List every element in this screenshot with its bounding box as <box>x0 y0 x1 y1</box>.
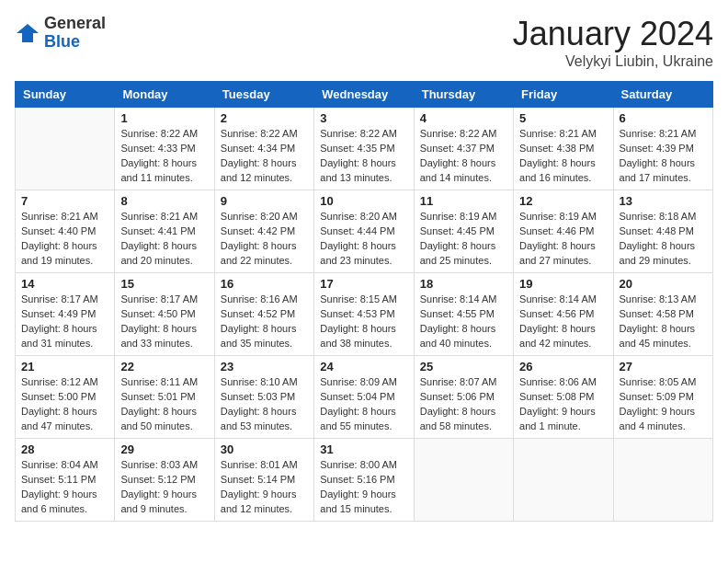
calendar-cell: 12Sunrise: 8:19 AM Sunset: 4:46 PM Dayli… <box>514 190 613 273</box>
month-title: January 2024 <box>513 15 713 53</box>
day-info: Sunrise: 8:00 AM Sunset: 5:16 PM Dayligh… <box>320 458 407 517</box>
weekday-header-thursday: Thursday <box>414 82 513 108</box>
calendar-cell: 6Sunrise: 8:21 AM Sunset: 4:39 PM Daylig… <box>613 108 712 190</box>
day-info: Sunrise: 8:07 AM Sunset: 5:06 PM Dayligh… <box>420 375 507 434</box>
day-info: Sunrise: 8:14 AM Sunset: 4:55 PM Dayligh… <box>420 293 507 351</box>
day-number: 15 <box>120 277 208 291</box>
calendar-cell: 3Sunrise: 8:22 AM Sunset: 4:35 PM Daylig… <box>314 108 414 190</box>
day-number: 2 <box>221 111 308 125</box>
day-number: 12 <box>519 194 607 208</box>
day-number: 20 <box>620 277 707 291</box>
day-number: 6 <box>620 111 707 125</box>
week-row-4: 21Sunrise: 8:12 AM Sunset: 5:00 PM Dayli… <box>16 356 713 439</box>
day-number: 13 <box>620 194 707 208</box>
day-info: Sunrise: 8:20 AM Sunset: 4:44 PM Dayligh… <box>320 210 407 269</box>
day-number: 4 <box>420 111 507 125</box>
day-number: 21 <box>21 360 108 373</box>
calendar-cell: 31Sunrise: 8:00 AM Sunset: 5:16 PM Dayli… <box>314 439 414 522</box>
calendar-cell: 13Sunrise: 8:18 AM Sunset: 4:48 PM Dayli… <box>613 190 712 273</box>
weekday-header-row: SundayMondayTuesdayWednesdayThursdayFrid… <box>16 82 713 108</box>
calendar-cell <box>613 439 712 522</box>
calendar-cell: 5Sunrise: 8:21 AM Sunset: 4:38 PM Daylig… <box>514 108 613 190</box>
day-number: 30 <box>221 442 308 456</box>
weekday-header-saturday: Saturday <box>613 82 712 108</box>
day-number: 18 <box>420 277 507 291</box>
logo: General Blue <box>15 15 106 52</box>
day-number: 3 <box>320 111 407 125</box>
title-block: January 2024 Velykyi Liubin, Ukraine <box>513 15 713 70</box>
calendar-cell: 9Sunrise: 8:20 AM Sunset: 4:42 PM Daylig… <box>214 190 313 273</box>
day-info: Sunrise: 8:16 AM Sunset: 4:52 PM Dayligh… <box>221 293 308 351</box>
day-info: Sunrise: 8:22 AM Sunset: 4:34 PM Dayligh… <box>221 127 308 186</box>
calendar-cell: 26Sunrise: 8:06 AM Sunset: 5:08 PM Dayli… <box>514 356 613 439</box>
calendar-cell: 8Sunrise: 8:21 AM Sunset: 4:41 PM Daylig… <box>115 190 214 273</box>
calendar-cell: 15Sunrise: 8:17 AM Sunset: 4:50 PM Dayli… <box>115 273 214 356</box>
location: Velykyi Liubin, Ukraine <box>513 53 713 70</box>
week-row-2: 7Sunrise: 8:21 AM Sunset: 4:40 PM Daylig… <box>16 190 713 273</box>
calendar-cell: 4Sunrise: 8:22 AM Sunset: 4:37 PM Daylig… <box>414 108 513 190</box>
week-row-1: 1Sunrise: 8:22 AM Sunset: 4:33 PM Daylig… <box>16 108 713 190</box>
logo-general: General <box>44 14 106 32</box>
day-info: Sunrise: 8:21 AM Sunset: 4:38 PM Dayligh… <box>519 127 607 186</box>
weekday-header-tuesday: Tuesday <box>214 82 313 108</box>
day-number: 28 <box>21 442 108 456</box>
day-info: Sunrise: 8:17 AM Sunset: 4:49 PM Dayligh… <box>21 293 108 351</box>
day-info: Sunrise: 8:19 AM Sunset: 4:45 PM Dayligh… <box>420 210 507 269</box>
calendar-cell: 16Sunrise: 8:16 AM Sunset: 4:52 PM Dayli… <box>214 273 313 356</box>
calendar-table: SundayMondayTuesdayWednesdayThursdayFrid… <box>15 81 713 522</box>
day-info: Sunrise: 8:21 AM Sunset: 4:41 PM Dayligh… <box>120 210 208 269</box>
calendar-cell: 23Sunrise: 8:10 AM Sunset: 5:03 PM Dayli… <box>214 356 313 439</box>
day-number: 26 <box>519 360 607 373</box>
calendar-cell: 2Sunrise: 8:22 AM Sunset: 4:34 PM Daylig… <box>214 108 313 190</box>
week-row-5: 28Sunrise: 8:04 AM Sunset: 5:11 PM Dayli… <box>16 439 713 522</box>
day-info: Sunrise: 8:01 AM Sunset: 5:14 PM Dayligh… <box>221 458 308 517</box>
day-number: 14 <box>21 277 108 291</box>
calendar-cell <box>414 439 513 522</box>
day-info: Sunrise: 8:09 AM Sunset: 5:04 PM Dayligh… <box>320 375 407 434</box>
calendar-cell <box>514 439 613 522</box>
weekday-header-monday: Monday <box>115 82 214 108</box>
calendar-cell: 7Sunrise: 8:21 AM Sunset: 4:40 PM Daylig… <box>16 190 115 273</box>
day-info: Sunrise: 8:22 AM Sunset: 4:35 PM Dayligh… <box>320 127 407 186</box>
logo-blue: Blue <box>44 32 80 51</box>
calendar-cell: 24Sunrise: 8:09 AM Sunset: 5:04 PM Dayli… <box>314 356 414 439</box>
calendar-cell <box>16 108 115 190</box>
calendar-cell: 29Sunrise: 8:03 AM Sunset: 5:12 PM Dayli… <box>115 439 214 522</box>
day-info: Sunrise: 8:22 AM Sunset: 4:33 PM Dayligh… <box>120 127 208 186</box>
day-info: Sunrise: 8:22 AM Sunset: 4:37 PM Dayligh… <box>420 127 507 186</box>
weekday-header-friday: Friday <box>514 82 613 108</box>
week-row-3: 14Sunrise: 8:17 AM Sunset: 4:49 PM Dayli… <box>16 273 713 356</box>
day-info: Sunrise: 8:03 AM Sunset: 5:12 PM Dayligh… <box>120 458 208 517</box>
day-info: Sunrise: 8:13 AM Sunset: 4:58 PM Dayligh… <box>620 293 707 351</box>
day-number: 27 <box>620 360 707 373</box>
day-number: 7 <box>21 194 108 208</box>
calendar-cell: 25Sunrise: 8:07 AM Sunset: 5:06 PM Dayli… <box>414 356 513 439</box>
logo-text: General Blue <box>44 15 106 52</box>
weekday-header-wednesday: Wednesday <box>314 82 414 108</box>
day-number: 23 <box>221 360 308 373</box>
calendar-cell: 10Sunrise: 8:20 AM Sunset: 4:44 PM Dayli… <box>314 190 414 273</box>
day-info: Sunrise: 8:15 AM Sunset: 4:53 PM Dayligh… <box>320 293 407 351</box>
day-info: Sunrise: 8:14 AM Sunset: 4:56 PM Dayligh… <box>519 293 607 351</box>
day-number: 10 <box>320 194 407 208</box>
day-info: Sunrise: 8:18 AM Sunset: 4:48 PM Dayligh… <box>620 210 707 269</box>
calendar-cell: 30Sunrise: 8:01 AM Sunset: 5:14 PM Dayli… <box>214 439 313 522</box>
calendar-cell: 22Sunrise: 8:11 AM Sunset: 5:01 PM Dayli… <box>115 356 214 439</box>
day-number: 24 <box>320 360 407 373</box>
page-header: General Blue January 2024 Velykyi Liubin… <box>15 15 713 70</box>
calendar-cell: 11Sunrise: 8:19 AM Sunset: 4:45 PM Dayli… <box>414 190 513 273</box>
day-info: Sunrise: 8:12 AM Sunset: 5:00 PM Dayligh… <box>21 375 108 434</box>
day-info: Sunrise: 8:17 AM Sunset: 4:50 PM Dayligh… <box>120 293 208 351</box>
calendar-cell: 27Sunrise: 8:05 AM Sunset: 5:09 PM Dayli… <box>613 356 712 439</box>
calendar-cell: 18Sunrise: 8:14 AM Sunset: 4:55 PM Dayli… <box>414 273 513 356</box>
day-info: Sunrise: 8:20 AM Sunset: 4:42 PM Dayligh… <box>221 210 308 269</box>
calendar-cell: 14Sunrise: 8:17 AM Sunset: 4:49 PM Dayli… <box>16 273 115 356</box>
day-number: 16 <box>221 277 308 291</box>
day-number: 17 <box>320 277 407 291</box>
day-info: Sunrise: 8:19 AM Sunset: 4:46 PM Dayligh… <box>519 210 607 269</box>
day-number: 8 <box>120 194 208 208</box>
day-number: 5 <box>519 111 607 125</box>
day-info: Sunrise: 8:11 AM Sunset: 5:01 PM Dayligh… <box>120 375 208 434</box>
day-number: 31 <box>320 442 407 456</box>
logo-icon <box>15 20 40 46</box>
